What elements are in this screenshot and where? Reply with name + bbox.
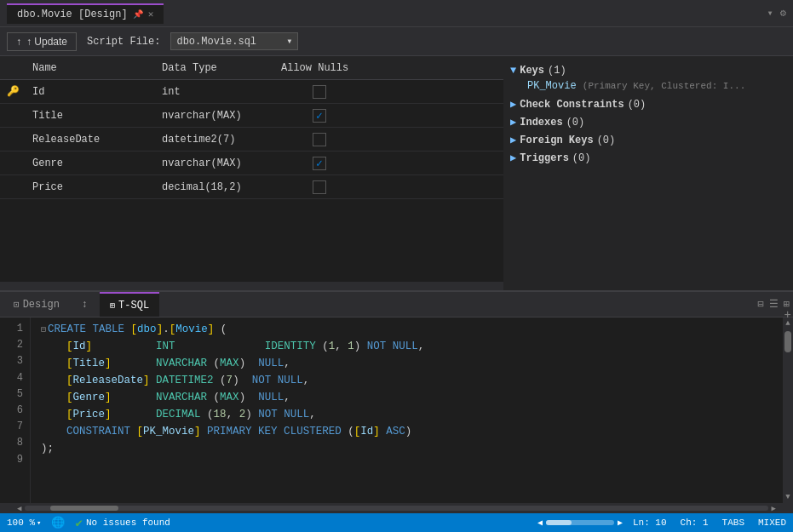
- list-view-icon[interactable]: ☰: [769, 298, 779, 311]
- title-bar-right: ▾ ⚙: [767, 7, 786, 20]
- close-icon[interactable]: ✕: [148, 9, 154, 20]
- row-id-null[interactable]: [281, 85, 358, 99]
- row-id-name: Id: [26, 86, 162, 98]
- row-title-null[interactable]: ✓: [281, 109, 358, 123]
- script-file-label: Script File:: [87, 36, 160, 48]
- tab-sort[interactable]: ↕: [72, 292, 98, 317]
- properties-panel: ▼ Keys (1) PK_Movie (Primary Key, Cluste…: [503, 56, 793, 290]
- row-price-type: decimal(18,2): [162, 181, 281, 193]
- table-row[interactable]: 🔑 Id int: [0, 80, 503, 104]
- zoom-control[interactable]: 100 % ▾: [7, 518, 41, 528]
- pk-detail: (Primary Key, Clustered: I...: [583, 81, 745, 91]
- code-line-9: [41, 457, 773, 474]
- right-arrow-icon[interactable]: ▶: [618, 518, 623, 528]
- row-id-type: int: [162, 86, 281, 98]
- row-price-null[interactable]: [281, 180, 358, 194]
- triggers-count: (0): [572, 152, 591, 164]
- pk-movie-item[interactable]: PK_Movie (Primary Key, Clustered: I...: [510, 78, 786, 94]
- status-message: ✔ No issues found: [75, 516, 526, 530]
- mixed-indicator: MIXED: [758, 518, 786, 528]
- h-progress-bar: [546, 520, 614, 525]
- scrollbar-controls: ◀ ▶: [537, 518, 623, 528]
- code-content[interactable]: ⊟ CREATE TABLE [dbo] . [Movie] ( [Id]: [31, 317, 783, 503]
- triggers-section[interactable]: ▶ Triggers (0): [510, 149, 786, 167]
- table-design-area: Name Data Type Allow Nulls 🔑 Id int Titl…: [0, 56, 503, 290]
- foreign-keys-section[interactable]: ▶ Foreign Keys (0): [510, 131, 786, 149]
- pin-icon[interactable]: 📌: [133, 9, 143, 20]
- scroll-plus-icon[interactable]: +: [783, 317, 793, 323]
- scroll-thumb[interactable]: [784, 331, 791, 352]
- code-line-2: [Id] INT IDENTITY ( 1 , 1 ) NOT NULL ,: [41, 338, 773, 355]
- expand-arrow-icon: ▼: [510, 65, 516, 77]
- script-file-select[interactable]: dbo.Movie.sql ▾: [170, 32, 298, 50]
- check-constraints-label: Check Constraints: [520, 99, 623, 111]
- collapsed-arrow-icon: ▶: [510, 116, 516, 129]
- primary-key-icon: 🔑: [0, 85, 26, 98]
- tab-design[interactable]: ⊡ Design: [3, 292, 70, 317]
- sql-h-scrollbar[interactable]: ◀ ▶: [0, 503, 793, 513]
- update-button[interactable]: ↑ ↑ Update: [7, 32, 77, 51]
- zoom-dropdown-icon[interactable]: ▾: [37, 518, 41, 528]
- table-row[interactable]: ReleaseDate datetime2(7): [0, 128, 503, 152]
- table-row[interactable]: Price decimal(18,2): [0, 175, 503, 199]
- keys-section: ▼ Keys (1) PK_Movie (Primary Key, Cluste…: [510, 63, 786, 94]
- kw-table: TABLE: [93, 321, 125, 338]
- kw-create: CREATE: [48, 321, 86, 338]
- dropdown-icon[interactable]: ▾: [767, 7, 773, 20]
- title-bar: dbo.Movie [Design] 📌 ✕ ▾ ⚙: [0, 0, 793, 27]
- row-genre-null[interactable]: ✓: [281, 157, 358, 170]
- line-numbers: 123456789: [0, 317, 31, 503]
- row-releasedate-null[interactable]: [281, 133, 358, 146]
- settings-icon[interactable]: ⚙: [780, 7, 786, 20]
- document-tab[interactable]: dbo.Movie [Design] 📌 ✕: [7, 3, 164, 24]
- tsql-tab-label: T-SQL: [118, 300, 149, 312]
- row-title-type: nvarchar(MAX): [162, 110, 281, 122]
- zoom-globe-icon[interactable]: 🌐: [51, 516, 65, 529]
- indexes-section[interactable]: ▶ Indexes (0): [510, 113, 786, 131]
- zoom-value: 100 %: [7, 518, 35, 528]
- row-releasedate-type: datetime2(7): [162, 134, 281, 146]
- code-line-5: [Genre] NVARCHAR ( MAX ) NULL ,: [41, 389, 773, 406]
- left-arrow-icon[interactable]: ◀: [537, 518, 543, 528]
- toolbar: ↑ ↑ Update Script File: dbo.Movie.sql ▾: [0, 27, 793, 56]
- line-position: Ln: 10: [633, 518, 667, 528]
- tab-tsql[interactable]: ⊞ T-SQL: [100, 292, 159, 317]
- tab-title: dbo.Movie [Design]: [17, 9, 128, 20]
- sql-area: ⊡ Design ↕ ⊞ T-SQL ⊟ ☰ ⊞ 123456789: [0, 292, 793, 513]
- triggers-label: Triggers: [520, 152, 569, 164]
- vertical-scrollbar[interactable]: ▲ ▼ +: [783, 317, 793, 503]
- table-row[interactable]: Title nvarchar(MAX) ✓: [0, 104, 503, 128]
- code-line-4: [ReleaseDate] DATETIME2 ( 7 ) NOT NULL ,: [41, 372, 773, 389]
- col-null-header: Allow Nulls: [281, 62, 358, 74]
- collapsed-arrow-icon: ▶: [510, 152, 516, 164]
- status-right: Ln: 10 Ch: 1 TABS MIXED: [633, 518, 786, 528]
- keys-label: Keys: [520, 65, 544, 77]
- foreign-keys-label: Foreign Keys: [520, 134, 593, 146]
- scroll-right-icon[interactable]: ▶: [772, 504, 776, 513]
- design-tab-label: Design: [23, 299, 60, 311]
- expand-icon[interactable]: ⊟: [41, 323, 46, 337]
- tab-bar: ⊡ Design ↕ ⊞ T-SQL ⊟ ☰ ⊞: [0, 292, 793, 317]
- keys-header[interactable]: ▼ Keys (1): [510, 63, 786, 78]
- col-name-header: Name: [26, 62, 162, 74]
- collapsed-arrow-icon: ▶: [510, 98, 516, 111]
- split-view-icon[interactable]: ⊟: [758, 298, 764, 311]
- scroll-down-icon[interactable]: ▼: [784, 491, 791, 503]
- pk-name: PK_Movie: [527, 80, 577, 92]
- sort-tab-label: ↕: [82, 299, 88, 311]
- dropdown-chevron-icon: ▾: [286, 35, 292, 48]
- title-bar-left: dbo.Movie [Design] 📌 ✕: [7, 3, 164, 24]
- status-bar: 100 % ▾ 🌐 ✔ No issues found ◀ ▶ Ln: 10 C…: [0, 513, 793, 532]
- h-scrollbar[interactable]: [0, 282, 503, 290]
- table-header: Name Data Type Allow Nulls: [0, 56, 503, 80]
- collapsed-arrow-icon: ▶: [510, 134, 516, 146]
- indexes-count: (0): [566, 117, 585, 129]
- code-line-1: ⊟ CREATE TABLE [dbo] . [Movie] (: [41, 321, 773, 338]
- scroll-left-icon[interactable]: ◀: [17, 504, 21, 513]
- row-genre-name: Genre: [26, 157, 162, 169]
- table-row[interactable]: Genre nvarchar(MAX) ✓: [0, 152, 503, 175]
- row-genre-type: nvarchar(MAX): [162, 157, 281, 169]
- check-constraints-section[interactable]: ▶ Check Constraints (0): [510, 95, 786, 113]
- check-constraints-count: (0): [628, 99, 646, 111]
- code-line-7: CONSTRAINT [PK_Movie] PRIMARY KEY CLUSTE…: [41, 423, 773, 440]
